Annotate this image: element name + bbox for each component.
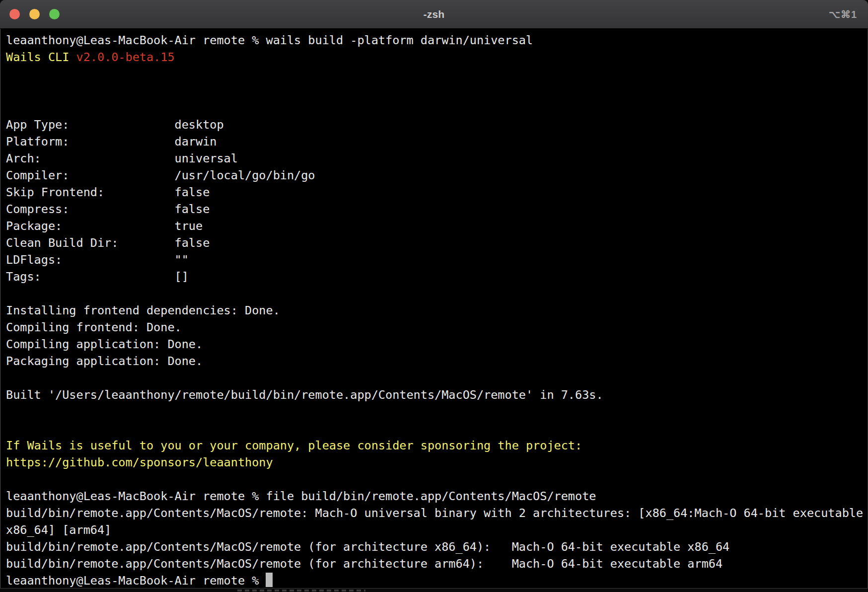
traffic-lights xyxy=(9,0,60,28)
terminal-text-segment: x86_64] [arm64] xyxy=(6,523,111,537)
terminal-text-segment: Skip Frontend: false xyxy=(6,185,210,199)
terminal-text-segment: Platform: darwin xyxy=(6,135,217,148)
terminal-text-segment: leaanthony@Leas-MacBook-Air remote % wai… xyxy=(6,33,533,47)
terminal-text-segment: Built '/Users/leaanthony/remote/build/bi… xyxy=(6,388,603,402)
terminal-line: If Wails is useful to you or your compan… xyxy=(6,437,864,454)
terminal-line xyxy=(6,403,864,420)
minimize-button[interactable] xyxy=(29,9,40,19)
terminal-text-segment: LDFlags: "" xyxy=(6,253,189,267)
terminal-line: build/bin/remote.app/Contents/MacOS/remo… xyxy=(6,505,864,521)
terminal-line: Installing frontend dependencies: Done. xyxy=(6,302,864,319)
terminal-text-segment: Compress: false xyxy=(6,202,210,216)
terminal-line: build/bin/remote.app/Contents/MacOS/remo… xyxy=(6,555,864,572)
terminal-text-segment: build/bin/remote.app/Contents/MacOS/remo… xyxy=(6,506,863,520)
terminal-line: Clean Build Dir: false xyxy=(6,234,864,251)
terminal-line: Built '/Users/leaanthony/remote/build/bi… xyxy=(6,386,864,403)
terminal-text-segment: App Type: desktop xyxy=(6,118,224,132)
terminal-line: App Type: desktop xyxy=(6,116,864,133)
terminal-text-segment: Arch: universal xyxy=(6,151,238,165)
terminal-text-segment: leaanthony@Leas-MacBook-Air remote % fil… xyxy=(6,489,596,503)
terminal-text-segment: Compiling frontend: Done. xyxy=(6,320,182,334)
window-shortcut-badge: ⌥⌘1 xyxy=(829,0,857,28)
terminal-text-segment: leaanthony@Leas-MacBook-Air remote % xyxy=(6,574,266,588)
window-title: -zsh xyxy=(424,8,445,20)
terminal-text-segment: build/bin/remote.app/Contents/MacOS/remo… xyxy=(6,557,723,571)
terminal-line: leaanthony@Leas-MacBook-Air remote % fil… xyxy=(6,488,864,505)
terminal-line xyxy=(6,285,864,302)
titlebar[interactable]: -zsh ⌥⌘1 xyxy=(0,0,868,29)
terminal-text-segment: Clean Build Dir: false xyxy=(6,236,210,250)
terminal-line xyxy=(6,66,864,82)
terminal-line: Compress: false xyxy=(6,201,864,218)
terminal-line: Tags: [] xyxy=(6,268,864,285)
terminal-line: Compiling frontend: Done. xyxy=(6,319,864,336)
terminal-line: x86_64] [arm64] xyxy=(6,521,864,538)
terminal-line: leaanthony@Leas-MacBook-Air remote % xyxy=(6,572,864,589)
terminal-line xyxy=(6,420,864,437)
terminal-line xyxy=(6,82,864,99)
background-window-sliver xyxy=(0,588,868,592)
terminal-text-segment: Compiling application: Done. xyxy=(6,337,203,351)
terminal-line: Skip Frontend: false xyxy=(6,184,864,201)
terminal-text-segment: https://github.com/sponsors/leaanthony xyxy=(6,455,273,469)
terminal-line: Arch: universal xyxy=(6,150,864,167)
terminal-text-segment: Package: true xyxy=(6,219,203,233)
terminal-line: LDFlags: "" xyxy=(6,251,864,268)
terminal-line: Packaging application: Done. xyxy=(6,353,864,370)
zoom-button[interactable] xyxy=(49,9,60,19)
terminal-cursor xyxy=(266,573,273,587)
terminal-output[interactable]: leaanthony@Leas-MacBook-Air remote % wai… xyxy=(0,29,868,589)
terminal-line: leaanthony@Leas-MacBook-Air remote % wai… xyxy=(6,32,864,49)
terminal-text-segment: build/bin/remote.app/Contents/MacOS/remo… xyxy=(6,540,729,554)
blurred-text-artifact xyxy=(237,590,365,592)
terminal-line xyxy=(6,471,864,488)
terminal-line: Compiling application: Done. xyxy=(6,336,864,353)
terminal-text-segment: Installing frontend dependencies: Done. xyxy=(6,303,280,317)
terminal-text-segment: Compiler: /usr/local/go/bin/go xyxy=(6,168,315,182)
terminal-line: Compiler: /usr/local/go/bin/go xyxy=(6,167,864,184)
terminal-line xyxy=(6,370,864,386)
terminal-line: Wails CLI v2.0.0-beta.15 xyxy=(6,49,864,66)
terminal-line: Package: true xyxy=(6,218,864,234)
terminal-window: -zsh ⌥⌘1 leaanthony@Leas-MacBook-Air rem… xyxy=(0,0,868,589)
terminal-text-segment: Packaging application: Done. xyxy=(6,354,203,368)
terminal-line xyxy=(6,99,864,116)
terminal-text-segment: v2.0.0-beta.15 xyxy=(76,50,174,64)
terminal-line: https://github.com/sponsors/leaanthony xyxy=(6,454,864,471)
terminal-line: build/bin/remote.app/Contents/MacOS/remo… xyxy=(6,538,864,555)
terminal-text-segment: Wails CLI xyxy=(6,50,76,64)
terminal-line: Platform: darwin xyxy=(6,133,864,150)
terminal-text-segment: If Wails is useful to you or your compan… xyxy=(6,439,582,452)
terminal-text-segment: Tags: [] xyxy=(6,270,189,284)
close-button[interactable] xyxy=(9,9,20,19)
